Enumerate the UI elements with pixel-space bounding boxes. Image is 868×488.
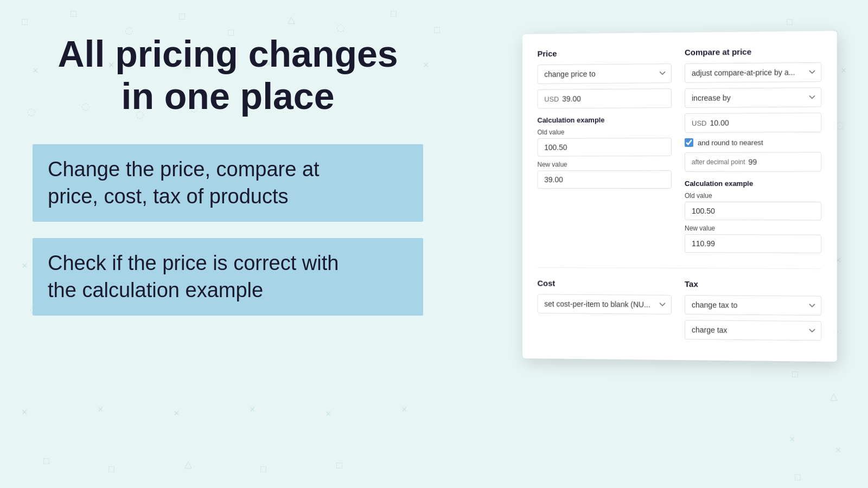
compare-old-value-input[interactable] xyxy=(685,202,821,220)
price-currency-prefix: USD xyxy=(544,95,559,103)
tax-section-title: Tax xyxy=(685,279,821,290)
compare-sub-group: increase by decrease by increase by % de… xyxy=(685,87,821,108)
highlight-text-1: Change the price, compare atprice, cost,… xyxy=(48,156,408,210)
left-content: All pricing changesin one place Change t… xyxy=(33,33,423,332)
highlight-box-2: Check if the price is correct withthe ca… xyxy=(33,238,423,316)
price-calc-title: Calculation example xyxy=(538,115,672,124)
round-nearest-checkbox[interactable] xyxy=(685,138,693,147)
tax-column: Tax change tax to remove tax charge tax … xyxy=(685,279,821,346)
price-input-wrapper: USD xyxy=(538,88,672,108)
compare-old-label: Old value xyxy=(685,192,821,200)
cost-column: Cost set cost-per-item to blank (NU... c… xyxy=(538,279,672,345)
pricing-panel: Price change price to increase by decrea… xyxy=(522,31,837,362)
price-section-title: Price xyxy=(538,48,672,58)
price-new-value-input[interactable] xyxy=(538,170,672,189)
compare-section-title: Compare at price xyxy=(685,46,821,56)
price-old-label: Old value xyxy=(538,128,672,136)
compare-calc-section: Calculation example Old value New value xyxy=(685,179,821,258)
after-decimal-input[interactable] xyxy=(749,152,814,171)
after-decimal-wrapper: after decimal point xyxy=(685,152,821,172)
compare-input-wrapper: USD xyxy=(685,113,821,133)
compare-column: Compare at price adjust compare-at-price… xyxy=(685,46,821,258)
tax-action-select[interactable]: change tax to remove tax xyxy=(685,295,821,316)
after-decimal-group: after decimal point xyxy=(685,152,821,172)
price-input-group: USD xyxy=(538,88,672,108)
cost-action-group: set cost-per-item to blank (NU... change… xyxy=(538,294,672,314)
price-action-select[interactable]: change price to increase by decrease by … xyxy=(538,63,672,84)
price-old-value-input[interactable] xyxy=(538,138,672,157)
panel-divider xyxy=(538,267,822,269)
compare-action-group: adjust compare-at-price by a... change c… xyxy=(685,62,821,83)
compare-action-select[interactable]: adjust compare-at-price by a... change c… xyxy=(685,62,821,83)
cost-section-title: Cost xyxy=(538,279,672,288)
price-value-input[interactable] xyxy=(562,89,665,108)
price-action-group: change price to increase by decrease by … xyxy=(538,63,672,84)
compare-new-label: New value xyxy=(685,224,821,233)
panel-top-columns: Price change price to increase by decrea… xyxy=(538,46,822,258)
compare-value-input[interactable] xyxy=(710,113,814,132)
price-new-label: New value xyxy=(538,160,672,168)
compare-input-group: USD xyxy=(685,113,821,133)
highlight-box-1: Change the price, compare atprice, cost,… xyxy=(33,144,423,222)
charge-tax-group: charge tax don't charge tax xyxy=(685,320,821,341)
price-column: Price change price to increase by decrea… xyxy=(538,48,672,257)
compare-sub-select[interactable]: increase by decrease by increase by % de… xyxy=(685,87,821,108)
compare-new-value-input[interactable] xyxy=(685,234,821,253)
cost-action-select[interactable]: set cost-per-item to blank (NU... change… xyxy=(538,294,672,314)
compare-currency-prefix: USD xyxy=(692,119,707,127)
panel-bottom-columns: Cost set cost-per-item to blank (NU... c… xyxy=(538,279,822,346)
after-decimal-label: after decimal point xyxy=(692,158,745,166)
highlight-text-2: Check if the price is correct withthe ca… xyxy=(48,250,408,304)
price-calc-section: Calculation example Old value New value xyxy=(538,115,672,193)
compare-calc-title: Calculation example xyxy=(685,179,821,188)
tax-action-group: change tax to remove tax xyxy=(685,295,821,316)
charge-tax-select[interactable]: charge tax don't charge tax xyxy=(685,320,821,341)
round-nearest-group: and round to nearest xyxy=(685,138,821,147)
round-nearest-label: and round to nearest xyxy=(698,138,763,146)
main-title: All pricing changesin one place xyxy=(33,33,423,117)
